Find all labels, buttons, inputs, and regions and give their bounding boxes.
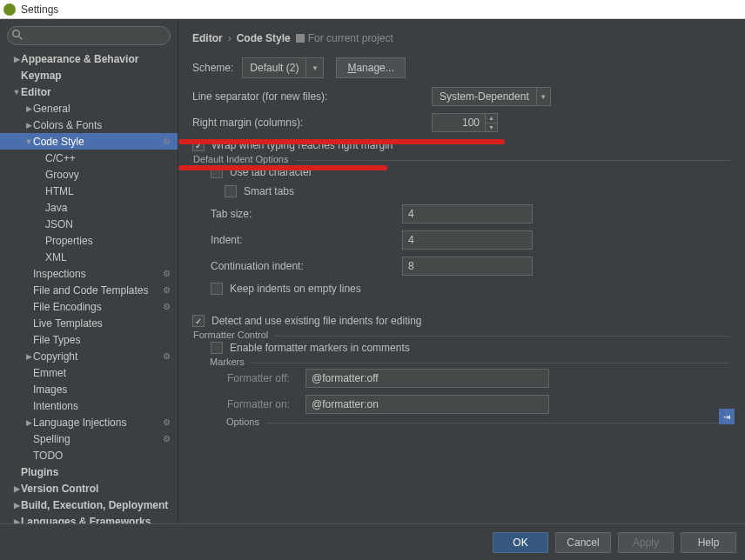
- detect-indent-checkbox[interactable]: Detect and use existing file indents for…: [192, 315, 421, 327]
- cancel-button[interactable]: Cancel: [555, 532, 611, 553]
- tree-label: TODO: [33, 450, 63, 462]
- gear-icon: ⚙: [163, 417, 171, 427]
- formatter-off-input[interactable]: [305, 369, 549, 388]
- tree-langinjections[interactable]: ▶Language Injections⚙: [0, 414, 178, 430]
- right-margin-input[interactable]: ▲▼: [432, 113, 498, 132]
- tree-appearance[interactable]: ▶Appearance & Behavior: [0, 50, 178, 67]
- spin-down-icon[interactable]: ▼: [486, 123, 497, 132]
- content-pane: Editor › Code Style For current project …: [178, 19, 745, 523]
- breadcrumb: Editor › Code Style For current project: [192, 28, 731, 49]
- enable-markers-checkbox[interactable]: Enable formatter markers in comments: [211, 342, 410, 354]
- crumb-editor[interactable]: Editor: [192, 32, 223, 44]
- titlebar: Settings: [0, 0, 745, 19]
- tree-label: Appearance & Behavior: [21, 53, 138, 65]
- tree-label: Language Injections: [33, 417, 126, 429]
- apply-button[interactable]: Apply: [618, 532, 674, 553]
- tree-codestyle[interactable]: ▼Code Style⚙: [0, 133, 178, 150]
- tree-inspections[interactable]: Inspections⚙: [0, 265, 178, 282]
- formatter-control-fieldset: Formatter Control Enable formatter marke…: [192, 336, 731, 431]
- gear-icon: ⚙: [163, 302, 171, 311]
- tree-label: Build, Execution, Deployment: [21, 499, 168, 511]
- tree-plugins[interactable]: Plugins: [0, 463, 178, 480]
- tree-label: C/C++: [45, 152, 76, 164]
- tree-html[interactable]: HTML: [0, 183, 178, 199]
- tree-json[interactable]: JSON: [0, 216, 178, 232]
- tree-build[interactable]: ▶Build, Execution, Deployment: [0, 497, 178, 513]
- tab-size-input[interactable]: [402, 204, 533, 223]
- tree-cpp[interactable]: C/C++: [0, 150, 178, 166]
- scheme-select[interactable]: Default (2) ▼: [242, 57, 324, 78]
- keep-indents-label: Keep indents on empty lines: [230, 283, 361, 295]
- gear-icon: ⚙: [163, 351, 171, 361]
- search-input[interactable]: [7, 26, 171, 45]
- collapse-panel-icon[interactable]: ⇥: [719, 409, 735, 424]
- markers-fieldset: Markers Formatter off: Formatter on: Opt…: [209, 363, 730, 430]
- use-tab-checkbox[interactable]: Use tab character: [211, 166, 312, 178]
- formatter-on-input[interactable]: [305, 395, 549, 414]
- scheme-value: Default (2): [243, 62, 305, 74]
- checkbox-box-icon: [211, 166, 223, 178]
- dialog-footer: OK Cancel Apply Help: [0, 523, 745, 560]
- project-config-icon: [296, 34, 305, 43]
- right-margin-field[interactable]: [433, 114, 485, 131]
- checkbox-box-icon: [211, 283, 223, 295]
- tree-label: Images: [33, 383, 67, 396]
- tree-label: HTML: [45, 185, 74, 197]
- window-title: Settings: [21, 3, 58, 16]
- app-icon: [3, 3, 16, 16]
- keep-indents-checkbox[interactable]: Keep indents on empty lines: [211, 283, 361, 295]
- gear-icon: ⚙: [163, 137, 171, 146]
- sidebar: ▶Appearance & Behavior Keymap ▼Editor ▶G…: [0, 19, 178, 523]
- tree-label: File and Code Templates: [33, 284, 149, 297]
- cont-indent-input[interactable]: [402, 257, 533, 276]
- tree-editor[interactable]: ▼Editor: [0, 83, 178, 100]
- tree-label: Emmet: [33, 367, 66, 379]
- tree-intentions[interactable]: Intentions: [0, 397, 178, 414]
- use-tab-label: Use tab character: [230, 166, 312, 178]
- spin-up-icon[interactable]: ▲: [486, 114, 497, 123]
- indent-label: Indent:: [211, 234, 402, 246]
- tree-versioncontrol[interactable]: ▶Version Control: [0, 480, 178, 497]
- gear-icon: ⚙: [163, 285, 171, 295]
- tree-filecodetemplates[interactable]: File and Code Templates⚙: [0, 282, 178, 298]
- tree-xml[interactable]: XML: [0, 249, 178, 265]
- tree-label: File Types: [33, 334, 80, 346]
- tree-label: Copyright: [33, 350, 77, 363]
- tree-spelling[interactable]: Spelling⚙: [0, 430, 178, 447]
- default-indent-legend: Default Indent Options: [193, 154, 295, 164]
- chevron-down-icon: ▼: [305, 58, 323, 77]
- scheme-row: Scheme: Default (2) ▼ Manage...: [192, 57, 731, 78]
- tree-groovy[interactable]: Groovy: [0, 166, 178, 183]
- indent-input[interactable]: [402, 230, 533, 250]
- ok-button[interactable]: OK: [493, 532, 548, 553]
- tree-label: Live Templates: [33, 317, 103, 330]
- scheme-label: Scheme:: [192, 62, 233, 74]
- default-indent-fieldset: Default Indent Options Use tab character…: [192, 160, 731, 303]
- tree-livetemplates[interactable]: Live Templates: [0, 315, 178, 331]
- svg-point-0: [13, 30, 20, 37]
- formatter-on-label: Formatter on:: [227, 398, 305, 410]
- options-fieldset: Options: [225, 423, 729, 430]
- tree-label: JSON: [45, 218, 73, 230]
- manage-button[interactable]: Manage...: [336, 57, 405, 78]
- tree-images[interactable]: Images: [0, 381, 178, 397]
- tree-fileencodings[interactable]: File Encodings⚙: [0, 298, 178, 315]
- form-grid: Line separator (for new files): System-D…: [192, 87, 731, 431]
- tree-copyright[interactable]: ▶Copyright⚙: [0, 348, 178, 364]
- tree-properties[interactable]: Properties: [0, 232, 178, 249]
- tree-colors[interactable]: ▶Colors & Fonts: [0, 117, 178, 133]
- wrap-checkbox[interactable]: Wrap when typing reaches right margin: [192, 139, 393, 151]
- tree-keymap[interactable]: Keymap: [0, 67, 178, 83]
- project-scope-tag: For current project: [296, 32, 393, 44]
- checkbox-box-icon: [211, 342, 223, 354]
- tree-emmet[interactable]: Emmet: [0, 364, 178, 381]
- line-separator-value: System-Dependent: [433, 90, 536, 103]
- tree-filetypes[interactable]: File Types: [0, 331, 178, 348]
- line-separator-select[interactable]: System-Dependent ▼: [432, 87, 551, 106]
- tree-label: Version Control: [21, 483, 98, 495]
- tree-java[interactable]: Java: [0, 199, 178, 216]
- smart-tabs-checkbox[interactable]: Smart tabs: [225, 185, 294, 197]
- tree-todo[interactable]: TODO: [0, 447, 178, 463]
- tree-general[interactable]: ▶General: [0, 100, 178, 117]
- help-button[interactable]: Help: [681, 532, 736, 553]
